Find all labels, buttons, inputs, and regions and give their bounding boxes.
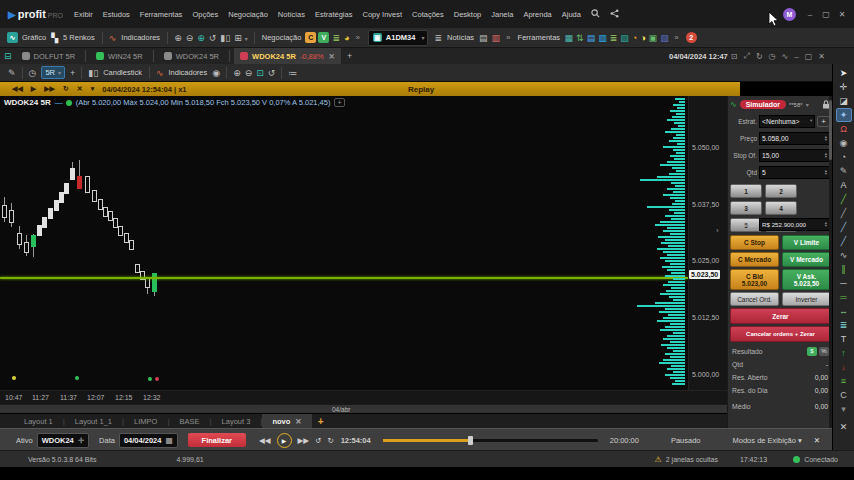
candles-view-icon[interactable]: ▮▯ <box>220 33 230 43</box>
layout-tab-3[interactable]: BASE <box>169 414 209 429</box>
qty-preset-button-2[interactable]: 2 <box>765 184 797 198</box>
layout-tab-1[interactable]: Layout 1_1 <box>65 414 122 429</box>
tools-close-icon[interactable]: ✕ <box>836 420 852 434</box>
share-icon[interactable] <box>610 9 619 20</box>
minimize-button[interactable]: – <box>802 7 818 21</box>
close-button[interactable]: ✕ <box>834 7 850 21</box>
crosshair-tool-icon[interactable]: ✛ <box>836 80 852 94</box>
user-avatar[interactable]: M <box>783 8 796 21</box>
qty-preset-button-1[interactable]: 1 <box>730 184 762 198</box>
rewind-button[interactable]: ◀◀ <box>259 436 271 445</box>
timeframe-select[interactable]: 5R▾ <box>41 66 65 79</box>
timer-icon[interactable]: ◑ <box>640 33 645 43</box>
buy-quick-button[interactable]: C <box>305 32 316 43</box>
qtd-input[interactable]: 5▴▾ <box>759 166 830 179</box>
overflow-icon-2[interactable]: » <box>506 33 510 42</box>
menu-aprenda[interactable]: Aprenda <box>523 10 551 19</box>
replay-rewind-icon[interactable]: ◀◀ <box>12 85 23 93</box>
add-timeframe-icon[interactable]: + <box>70 68 75 78</box>
parallel-channel-tool-icon[interactable]: ∥ <box>836 262 852 276</box>
speed-button[interactable]: ↻ <box>327 436 333 445</box>
chart-tab-1[interactable]: WIN24 5R <box>90 48 149 64</box>
menu-desktop[interactable]: Desktop <box>454 10 482 19</box>
book-icon[interactable]: ▤ <box>587 33 596 43</box>
pattern-tool-icon[interactable]: ≣ <box>836 318 852 332</box>
hline-tool-icon[interactable]: ─ <box>836 276 852 290</box>
heatmap-icon[interactable]: ▨ <box>620 33 629 43</box>
replay-close-icon[interactable]: ✕ <box>77 85 83 93</box>
edit-tool-icon[interactable]: ✎ <box>836 164 852 178</box>
timeframe-clock-icon[interactable]: ◷ <box>29 68 37 78</box>
preco-input[interactable]: 5.058,00▴▾ <box>759 132 830 145</box>
layout-tab-0[interactable]: Layout 1 <box>14 414 63 429</box>
grafico-button[interactable]: Gráfico <box>22 33 46 42</box>
menu-estudos[interactable]: Estudos <box>103 10 130 19</box>
report-icon[interactable]: ▧ <box>660 33 669 43</box>
stop-input[interactable]: 15,00▴▾ <box>759 149 830 162</box>
levels-tool-icon[interactable]: ≡ <box>836 374 852 388</box>
renko-icon[interactable]: ▚ <box>51 33 58 43</box>
arrow-up-tool-icon[interactable]: ↑ <box>836 346 852 360</box>
cancel-and-zerar-button[interactable]: Cancelar ordens + Zerar <box>730 326 831 342</box>
renkos-button[interactable]: 5 Renkos <box>63 33 95 42</box>
display-modes-dropdown[interactable]: Modos de Exibição ▾ <box>733 436 802 445</box>
range-tool-icon[interactable]: ↔ <box>836 304 852 318</box>
arrow-down-tool-icon[interactable]: ↓ <box>836 360 852 374</box>
chart-tab-3[interactable]: WDOK24 5R-0,88%✕ <box>234 48 341 64</box>
notification-badge[interactable]: 2 <box>686 32 697 43</box>
maximize-button[interactable]: ▢ <box>818 7 834 21</box>
simulator-badge[interactable]: Simulador <box>740 100 786 109</box>
buy-stop-button[interactable]: C Stop <box>730 235 779 250</box>
ativo-input[interactable]: WDOK24✛ <box>37 433 89 448</box>
zoom-out-icon[interactable]: ⊖ <box>186 33 194 43</box>
layout-tab-4[interactable]: Layout 3 <box>212 414 261 429</box>
sell-limit-button[interactable]: V Limite <box>782 235 831 250</box>
new-chart-tab-button[interactable]: + <box>347 51 352 61</box>
pane-maximize-icon[interactable]: ▢ <box>805 52 813 61</box>
positions-icon[interactable]: ▣ <box>649 33 658 43</box>
ray-tool-icon[interactable]: ╱ <box>836 206 852 220</box>
cancel-orders-button[interactable]: Cancel Ord. <box>730 292 779 306</box>
menu-notícias[interactable]: Notícias <box>278 10 305 19</box>
total-input[interactable]: R$ 252.900,000▴▾ <box>759 218 830 231</box>
segment-tool-icon[interactable]: ╱ <box>836 220 852 234</box>
menu-ajuda[interactable]: Ajuda <box>562 10 581 19</box>
window-icon[interactable]: ⊟ <box>4 51 12 61</box>
visibility-tool-icon[interactable]: ◉ <box>836 136 852 150</box>
result-percent-toggle[interactable]: % <box>819 347 829 356</box>
panel-collapse-arrow[interactable]: › <box>716 226 719 235</box>
news-icon[interactable]: ▤ <box>479 33 488 43</box>
overflow-icon-3[interactable]: » <box>674 33 678 42</box>
overflow-icon[interactable]: » <box>355 33 359 42</box>
list-icon[interactable]: ≣ <box>610 33 618 43</box>
sell-market-button[interactable]: V Mercado <box>782 252 831 267</box>
replay-progress-slider[interactable] <box>383 439 598 442</box>
fast-forward-button[interactable]: ▶▶ <box>298 436 310 445</box>
chart-canvas[interactable]: WDOK24 5R — (Abr 5.020,00 Máx 5.024,00 M… <box>0 96 688 390</box>
clock-tool-icon[interactable]: ◔ <box>836 150 852 164</box>
zoom-area-icon[interactable]: ⊕ <box>197 33 205 43</box>
hlines-tool-icon[interactable]: ═ <box>836 290 852 304</box>
zoom-in-icon[interactable]: ⊕ <box>174 33 182 43</box>
time-axis[interactable]: 10:4711:2711:3712:0712:1512:32 <box>0 390 727 405</box>
search-icon[interactable] <box>591 9 600 20</box>
chart-tab-2[interactable]: WDOK24 5R <box>158 48 225 64</box>
menu-estratégias[interactable]: Estratégias <box>315 10 353 19</box>
price-axis[interactable]: 5.050,005.037,505.025,005.012,505.000,00… <box>688 96 728 390</box>
zoom-area-icon-2[interactable]: ⊡ <box>256 68 264 78</box>
share-chart-icon[interactable]: ⤢ <box>743 51 749 61</box>
candlestick-button[interactable]: Candlestick <box>103 68 142 77</box>
screener-icon[interactable]: ▦ <box>565 33 574 43</box>
clock-icon[interactable]: ◷ <box>769 52 776 61</box>
menu-opções[interactable]: Opções <box>192 10 218 19</box>
grid-layout-icon[interactable]: ⊞▾ <box>234 33 248 43</box>
pane-minimize-icon[interactable]: – <box>794 52 798 61</box>
layout-tab-close-icon[interactable]: ✕ <box>295 417 301 426</box>
magnet-tool-icon[interactable]: Ω <box>836 122 852 136</box>
times-trades-icon[interactable]: ▥ <box>598 33 607 43</box>
slider-handle[interactable] <box>468 436 473 445</box>
trendline-tool-icon[interactable]: ╱ <box>836 192 852 206</box>
clear-tool-icon[interactable]: C <box>836 388 852 402</box>
trend-icon[interactable]: ∿ <box>782 52 789 61</box>
zoom-out-icon-2[interactable]: ⊖ <box>245 68 253 78</box>
